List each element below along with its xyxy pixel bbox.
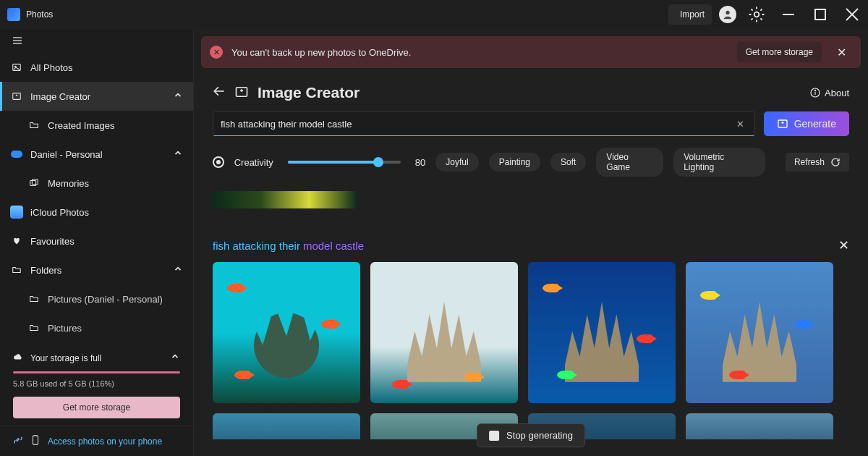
nav-memories[interactable]: Memories xyxy=(0,169,193,198)
onedrive-icon xyxy=(10,148,23,161)
get-storage-button[interactable]: Get more storage xyxy=(13,397,180,418)
window-close[interactable] xyxy=(836,0,868,29)
chevron-up-icon xyxy=(173,148,183,161)
nav-folder-1[interactable]: Pictures (Daniel - Personal) xyxy=(0,284,193,313)
page-title: Image Creator xyxy=(258,84,359,101)
nav-label: Created Images xyxy=(48,120,115,131)
svg-point-21 xyxy=(814,90,815,90)
style-tag[interactable]: Painting xyxy=(489,153,540,172)
result-image-4[interactable] xyxy=(686,262,833,403)
icloud-icon xyxy=(10,206,23,219)
folder-icon xyxy=(27,292,41,305)
nav-label: Pictures xyxy=(48,323,82,334)
prompt-input-wrapper[interactable]: ✕ xyxy=(213,111,755,136)
result-title-a: fish attacking their xyxy=(213,240,300,252)
stop-label: Stop generating xyxy=(506,430,573,441)
app-icon xyxy=(7,8,20,21)
nav-onedrive-account[interactable]: Daniel - Personal xyxy=(0,140,193,169)
style-tag[interactable]: Volumetric Lighting xyxy=(673,148,765,177)
phone-link-label: Access photos on your phone xyxy=(48,436,162,447)
window-maximize[interactable] xyxy=(804,0,836,29)
page-header: Image Creator About xyxy=(194,68,868,101)
nav-label: All Photos xyxy=(30,62,73,73)
phone-link[interactable]: Access photos on your phone xyxy=(0,426,193,456)
nav-label: Pictures (Daniel - Personal) xyxy=(48,294,163,305)
storage-title: Your storage is full xyxy=(30,353,101,363)
svg-rect-14 xyxy=(30,181,36,186)
nav-label: Image Creator xyxy=(30,91,90,102)
chevron-up-icon xyxy=(170,352,180,364)
import-label: Import xyxy=(680,9,705,20)
title-bar: Photos Import xyxy=(0,0,868,29)
result-title-row: fish attacking their model castle ✕ xyxy=(213,237,849,253)
generate-button[interactable]: Generate xyxy=(764,111,849,136)
nav-label: Folders xyxy=(30,265,61,276)
nav-label: iCloud Photos xyxy=(30,207,89,218)
style-tag[interactable]: Video Game xyxy=(596,148,663,177)
svg-rect-5 xyxy=(815,9,825,20)
storage-panel: Your storage is full 5.8 GB used of 5 GB… xyxy=(0,342,193,426)
style-tag[interactable]: Joyful xyxy=(435,153,478,172)
photos-icon xyxy=(10,61,23,74)
nav-favourites[interactable]: Favourites xyxy=(0,227,193,256)
main-panel: ✕ You can't back up new photos to OneDri… xyxy=(194,29,868,456)
svg-point-3 xyxy=(754,12,760,17)
result-image-2[interactable] xyxy=(370,262,518,403)
creator-icon xyxy=(234,85,249,101)
alert-cta-button[interactable]: Get more storage xyxy=(737,42,822,62)
svg-rect-16 xyxy=(33,436,38,444)
result-image-1[interactable] xyxy=(213,262,360,403)
stop-generating-button[interactable]: Stop generating xyxy=(477,423,585,447)
style-tag[interactable]: Soft xyxy=(550,153,586,172)
nav-all-photos[interactable]: All Photos xyxy=(0,53,193,82)
window-minimize[interactable] xyxy=(773,0,804,29)
app-title: Photos xyxy=(26,9,53,20)
alert-banner: ✕ You can't back up new photos to OneDri… xyxy=(201,36,861,68)
refresh-label: Refresh xyxy=(794,157,825,167)
error-icon: ✕ xyxy=(210,46,223,59)
nav-folders[interactable]: Folders xyxy=(0,256,193,284)
folder-icon xyxy=(10,263,23,276)
result-image-5[interactable] xyxy=(213,413,360,439)
folder-icon xyxy=(27,119,41,132)
prompt-input[interactable] xyxy=(221,119,733,130)
settings-button[interactable] xyxy=(741,0,773,29)
previous-result-thumb[interactable] xyxy=(213,191,357,208)
alert-close-button[interactable]: ✕ xyxy=(830,46,852,59)
creativity-slider[interactable] xyxy=(288,161,401,164)
gear-icon xyxy=(748,6,765,23)
cloud-icon xyxy=(13,352,23,364)
generate-label: Generate xyxy=(794,118,836,130)
controls-row: Creativity 80 Joyful Painting Soft Video… xyxy=(194,136,868,177)
alert-text: You can't back up new photos to OneDrive… xyxy=(231,47,411,58)
nav-image-creator[interactable]: Image Creator xyxy=(0,82,193,111)
result-close-button[interactable]: ✕ xyxy=(838,237,849,253)
result-image-3[interactable] xyxy=(528,262,676,403)
sidebar: All Photos Image Creator Created Images … xyxy=(0,29,194,456)
nav-label: Memories xyxy=(48,178,89,189)
heart-icon xyxy=(10,235,23,248)
sparkle-icon xyxy=(10,90,23,103)
about-label: About xyxy=(825,88,849,98)
chevron-up-icon xyxy=(173,90,183,103)
back-button[interactable] xyxy=(213,85,226,101)
import-button[interactable]: Import xyxy=(668,4,712,25)
account-avatar[interactable] xyxy=(719,6,736,23)
result-title-b: model castle xyxy=(303,240,364,252)
chevron-up-icon xyxy=(173,264,183,276)
nav-folder-2[interactable]: Pictures xyxy=(0,313,193,342)
storage-usage: 5.8 GB used of 5 GB (116%) xyxy=(13,379,180,388)
nav-label: Daniel - Personal xyxy=(30,149,103,160)
memories-icon xyxy=(27,177,41,190)
about-button[interactable]: About xyxy=(810,88,849,98)
nav-toggle[interactable] xyxy=(0,29,193,53)
nav-icloud[interactable]: iCloud Photos xyxy=(0,198,193,227)
folder-icon xyxy=(27,321,41,334)
creativity-icon xyxy=(213,156,224,168)
nav-created-images[interactable]: Created Images xyxy=(0,111,193,140)
result-image-8[interactable] xyxy=(686,413,833,439)
link-icon xyxy=(13,435,23,447)
clear-input-button[interactable]: ✕ xyxy=(733,119,747,130)
nav-label: Favourites xyxy=(30,236,75,247)
refresh-button[interactable]: Refresh xyxy=(786,153,849,172)
